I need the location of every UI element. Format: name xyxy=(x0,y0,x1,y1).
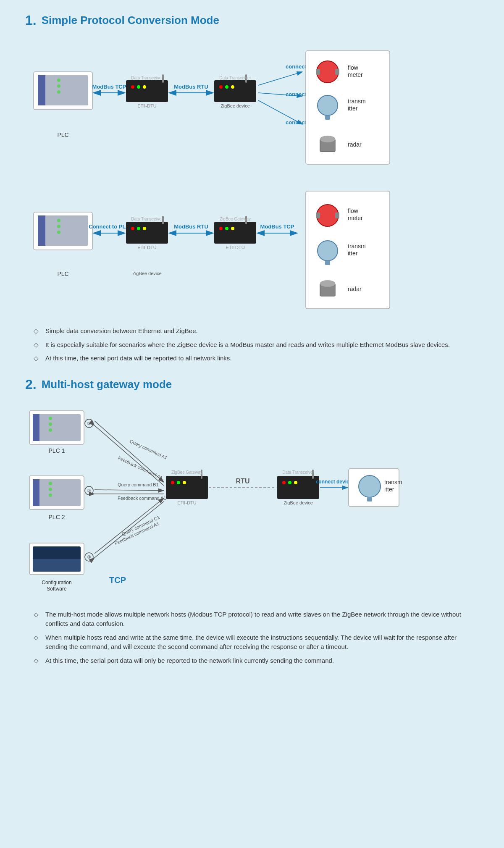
svg-point-10 xyxy=(131,85,134,89)
svg-rect-82 xyxy=(33,479,81,506)
section2-number: 2. xyxy=(25,377,37,392)
svg-point-41 xyxy=(57,225,60,228)
section2-heading: Multi-host gateway mode xyxy=(42,378,172,391)
section2-title: 2. Multi-host gateway mode xyxy=(25,377,479,392)
svg-point-12 xyxy=(143,85,146,89)
connect-plc-label: Connect to PLC xyxy=(89,223,130,230)
svg-rect-83 xyxy=(33,479,39,506)
tcp-label: TCP xyxy=(109,575,126,585)
svg-point-110 xyxy=(288,481,291,484)
feedback-a1-1: Feedback command A1 xyxy=(117,455,163,480)
modbus-rtu1-label: ModBus RTU xyxy=(174,84,208,90)
bullet2-item1: The multi-host mode allows multiple netw… xyxy=(34,610,479,629)
svg-text:ZigBee Gateway: ZigBee Gateway xyxy=(220,217,251,221)
svg-point-31 xyxy=(318,95,338,116)
svg-rect-108 xyxy=(277,476,319,499)
svg-text:②: ② xyxy=(87,488,91,493)
bullet1-item1: Simple data conversion between Ethernet … xyxy=(34,326,479,336)
svg-point-19 xyxy=(225,85,228,89)
query-a1: Query command A1 xyxy=(129,438,168,460)
diagram2: PLC Connect to PLC Data Transceiver ETⅡ-… xyxy=(25,183,479,319)
svg-rect-32 xyxy=(325,116,330,120)
section1-number: 1. xyxy=(25,13,37,28)
svg-line-96 xyxy=(94,490,164,491)
svg-rect-118 xyxy=(367,497,372,501)
svg-line-26 xyxy=(258,100,302,124)
svg-rect-75 xyxy=(33,414,39,441)
svg-text:ETⅡ-DTU: ETⅡ-DTU xyxy=(137,103,156,108)
svg-text:ZigBee device: ZigBee device xyxy=(284,500,313,505)
bullet1-item3: At this time, the serial port data will … xyxy=(34,354,479,363)
svg-rect-30 xyxy=(335,69,339,75)
diagram1: PLC ModBus TCP Data Transceiver ETⅡ-DTU … xyxy=(25,38,479,179)
transmitter-label3b: itter xyxy=(384,486,394,493)
svg-point-7 xyxy=(57,90,60,94)
svg-line-99 xyxy=(94,501,164,558)
svg-point-111 xyxy=(294,481,297,484)
diagram3: PLC 1 ① PLC 2 ② Configuration Software ③ xyxy=(25,402,479,606)
svg-point-46 xyxy=(137,227,140,230)
svg-text:ETⅡ-DTU: ETⅡ-DTU xyxy=(177,500,196,505)
svg-point-6 xyxy=(57,84,60,88)
radar-label2: radar xyxy=(348,286,362,292)
svg-text:Data Transceiver: Data Transceiver xyxy=(131,217,163,221)
feedback-a1-2: Feedback command A1 xyxy=(118,496,166,501)
svg-rect-64 xyxy=(335,213,339,218)
svg-text:ETⅡ-DTU: ETⅡ-DTU xyxy=(226,245,244,250)
svg-point-68 xyxy=(320,280,335,287)
svg-rect-44 xyxy=(126,222,168,244)
svg-point-109 xyxy=(282,481,286,484)
svg-point-18 xyxy=(219,85,223,89)
modbus-rtu2-label: ModBus RTU xyxy=(174,223,208,230)
flow-meter-label1: flow xyxy=(348,64,359,71)
svg-text:ZigBee Gateway: ZigBee Gateway xyxy=(171,470,202,475)
svg-rect-91 xyxy=(33,559,81,572)
plc1-label3: PLC 1 xyxy=(49,447,65,454)
svg-rect-53 xyxy=(214,222,256,244)
svg-point-20 xyxy=(231,85,234,89)
svg-text:Data Transceiver: Data Transceiver xyxy=(219,76,251,80)
svg-point-42 xyxy=(57,231,60,234)
svg-text:ZigBee device: ZigBee device xyxy=(220,103,250,108)
bullets1: Simple data conversion between Ethernet … xyxy=(34,326,479,363)
flow-meter-label2b: meter xyxy=(348,215,363,221)
svg-rect-74 xyxy=(33,414,81,441)
plc1-label: PLC xyxy=(57,131,68,138)
svg-rect-39 xyxy=(38,215,45,246)
svg-point-76 xyxy=(49,417,52,420)
svg-point-55 xyxy=(225,227,228,230)
svg-text:ETⅡ-DTU: ETⅡ-DTU xyxy=(137,245,156,250)
diagram2-svg: PLC Connect to PLC Data Transceiver ETⅡ-… xyxy=(25,183,479,317)
svg-rect-63 xyxy=(316,213,320,218)
flow-meter-label2: flow xyxy=(348,207,359,214)
svg-point-56 xyxy=(231,227,234,230)
svg-point-86 xyxy=(49,494,52,497)
svg-point-11 xyxy=(137,85,140,89)
svg-rect-4 xyxy=(38,75,45,105)
svg-rect-29 xyxy=(316,69,320,75)
svg-point-65 xyxy=(318,241,338,261)
svg-point-34 xyxy=(320,136,335,142)
bullet1-item2: It is especially suitable for scenarios … xyxy=(34,340,479,350)
svg-point-101 xyxy=(171,481,174,484)
svg-rect-100 xyxy=(166,476,208,499)
plc2-label: PLC xyxy=(57,270,68,277)
svg-point-85 xyxy=(49,488,52,491)
bullets2: The multi-host mode allows multiple netw… xyxy=(34,610,479,666)
modbus-tcp-label: ModBus TCP xyxy=(92,84,126,90)
diagram3-svg: PLC 1 ① PLC 2 ② Configuration Software ③ xyxy=(25,402,479,604)
svg-point-40 xyxy=(57,219,60,222)
svg-point-45 xyxy=(131,227,134,230)
svg-text:Data Transceiver: Data Transceiver xyxy=(282,470,314,475)
svg-point-84 xyxy=(49,482,52,485)
rtu-label: RTU xyxy=(236,478,250,485)
svg-line-24 xyxy=(258,72,302,85)
svg-point-54 xyxy=(219,227,223,230)
svg-point-78 xyxy=(49,428,52,432)
modbus-tcp2-label: ModBus TCP xyxy=(260,223,294,230)
svg-point-5 xyxy=(57,79,60,82)
config-label3: Configuration xyxy=(42,580,71,585)
transmitter-label1: transm xyxy=(348,98,366,105)
svg-point-103 xyxy=(183,481,186,484)
svg-point-47 xyxy=(143,227,146,230)
